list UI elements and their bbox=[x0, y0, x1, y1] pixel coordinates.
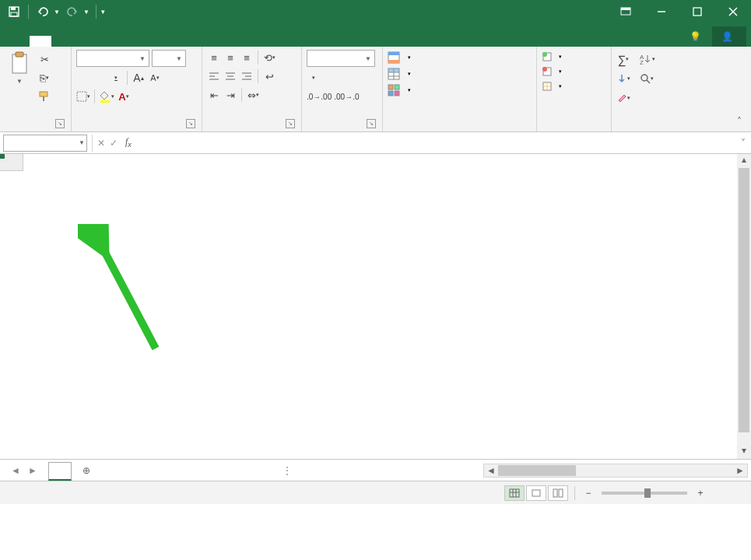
alignment-launcher-icon[interactable]: ↘ bbox=[286, 119, 295, 128]
share-button[interactable]: 👤 bbox=[712, 26, 746, 47]
delete-cells-button[interactable]: ▾ bbox=[542, 66, 606, 77]
merge-center-icon[interactable]: ⇔▾ bbox=[246, 87, 260, 103]
page-layout-view-icon[interactable] bbox=[526, 485, 546, 501]
undo-icon[interactable] bbox=[35, 4, 51, 19]
decrease-indent-icon[interactable]: ⇤ bbox=[207, 87, 221, 103]
scroll-left-icon[interactable]: ◄ bbox=[484, 465, 498, 476]
tell-me[interactable]: 💡 bbox=[682, 26, 712, 47]
fill-color-icon[interactable]: ▾ bbox=[99, 89, 114, 104]
sheet-tab-sheet1[interactable] bbox=[48, 462, 72, 481]
zoom-in-icon[interactable]: + bbox=[693, 488, 707, 499]
font-launcher-icon[interactable]: ↘ bbox=[186, 119, 195, 128]
decrease-decimal-icon[interactable]: .00→.0 bbox=[334, 89, 359, 104]
save-icon[interactable] bbox=[6, 4, 22, 19]
close-icon[interactable] bbox=[715, 0, 751, 23]
tab-file[interactable] bbox=[8, 36, 30, 47]
zoom-out-icon[interactable]: − bbox=[581, 488, 595, 499]
expand-formula-bar-icon[interactable]: ˅ bbox=[735, 135, 751, 152]
number-launcher-icon[interactable]: ↘ bbox=[367, 119, 376, 128]
paste-button[interactable]: ▼ bbox=[5, 50, 34, 127]
horizontal-scrollbar[interactable]: ◄ ► bbox=[483, 464, 748, 478]
sheet-grid[interactable]: ▴ ▾ bbox=[0, 154, 751, 459]
align-middle-icon[interactable]: ≡ bbox=[223, 50, 237, 65]
cut-icon[interactable]: ✂ bbox=[37, 51, 51, 67]
group-editing: ∑▾AZ▾ ▾▾ ▾ bbox=[612, 47, 683, 131]
name-box[interactable]: ▼ bbox=[3, 135, 87, 152]
find-select-icon[interactable]: ▾ bbox=[640, 71, 654, 86]
increase-decimal-icon[interactable]: .0→.00 bbox=[307, 89, 332, 104]
format-painter-icon[interactable] bbox=[37, 89, 51, 104]
vertical-scrollbar[interactable]: ▴ ▾ bbox=[737, 154, 751, 459]
tab-foxit-pdf[interactable] bbox=[182, 36, 204, 47]
clear-icon[interactable]: ▾ bbox=[616, 90, 630, 106]
qat-customize-icon[interactable]: ▾ bbox=[101, 8, 105, 16]
shrink-font-icon[interactable]: A▾ bbox=[148, 70, 162, 86]
format-cells-button[interactable]: ▾ bbox=[542, 81, 606, 92]
align-center-icon[interactable] bbox=[223, 68, 237, 84]
chevron-down-icon: ▼ bbox=[138, 55, 147, 62]
percent-format-icon[interactable] bbox=[323, 70, 337, 86]
font-name-combo[interactable]: ▼ bbox=[76, 50, 149, 67]
normal-view-icon[interactable] bbox=[504, 485, 525, 501]
borders-icon[interactable]: ▾ bbox=[76, 89, 90, 104]
increase-indent-icon[interactable]: ⇥ bbox=[223, 87, 237, 103]
autosum-icon[interactable]: ∑▾ bbox=[616, 51, 630, 67]
align-right-icon[interactable] bbox=[240, 68, 254, 84]
tab-formulas[interactable] bbox=[95, 36, 117, 47]
tab-view[interactable] bbox=[160, 36, 182, 47]
hscroll-thumb[interactable] bbox=[498, 465, 576, 476]
collapse-ribbon-icon[interactable]: ˄ bbox=[732, 114, 746, 128]
page-break-view-icon[interactable] bbox=[548, 485, 568, 501]
grow-font-icon[interactable]: A▴ bbox=[132, 70, 146, 86]
align-top-icon[interactable]: ≡ bbox=[207, 50, 221, 65]
copy-icon[interactable]: ⎘▾ bbox=[37, 70, 51, 86]
enter-formula-icon[interactable]: ✓ bbox=[110, 138, 118, 149]
svg-rect-6 bbox=[693, 8, 701, 16]
tab-insert[interactable] bbox=[51, 36, 73, 47]
tab-page-layout[interactable] bbox=[73, 36, 95, 47]
comma-format-icon[interactable] bbox=[339, 70, 353, 86]
zoom-slider[interactable] bbox=[602, 492, 687, 495]
sheet-next-icon[interactable]: ► bbox=[28, 465, 37, 476]
scroll-right-icon[interactable]: ► bbox=[733, 465, 747, 476]
clipboard-launcher-icon[interactable]: ↘ bbox=[55, 119, 65, 128]
accounting-format-icon[interactable]: ▾ bbox=[307, 70, 321, 86]
format-as-table-button[interactable]: ▾ bbox=[388, 68, 532, 80]
cell-styles-button[interactable]: ▾ bbox=[388, 84, 532, 96]
minimize-icon[interactable] bbox=[644, 0, 679, 23]
font-size-combo[interactable]: ▼ bbox=[152, 50, 186, 67]
number-format-combo[interactable]: ▼ bbox=[307, 50, 375, 67]
conditional-formatting-button[interactable]: ▾ bbox=[388, 51, 532, 64]
new-sheet-icon[interactable]: ⊕ bbox=[76, 460, 97, 481]
italic-button[interactable] bbox=[93, 70, 107, 86]
fill-icon[interactable]: ▾ bbox=[616, 71, 630, 86]
ribbon-options-icon[interactable] bbox=[608, 0, 644, 23]
insert-cells-button[interactable]: ▾ bbox=[542, 51, 606, 62]
fx-icon[interactable]: fx bbox=[122, 136, 135, 149]
tab-review[interactable] bbox=[139, 36, 160, 47]
cancel-formula-icon[interactable]: ✕ bbox=[97, 138, 105, 149]
sort-filter-icon[interactable]: AZ▾ bbox=[640, 51, 655, 67]
redo-icon[interactable] bbox=[65, 4, 80, 19]
maximize-icon[interactable] bbox=[679, 0, 715, 23]
align-bottom-icon[interactable]: ≡ bbox=[240, 50, 254, 65]
tab-home[interactable] bbox=[30, 36, 51, 47]
scroll-thumb[interactable] bbox=[739, 168, 749, 432]
orientation-icon[interactable]: ⟲▾ bbox=[262, 50, 276, 65]
tab-split-icon[interactable]: ⋮ bbox=[283, 465, 297, 476]
redo-dropdown-icon[interactable]: ▼ bbox=[83, 9, 89, 16]
scroll-down-icon[interactable]: ▾ bbox=[737, 445, 751, 459]
font-color-icon[interactable]: A▾ bbox=[117, 89, 131, 104]
tab-data[interactable] bbox=[117, 36, 139, 47]
align-left-icon[interactable] bbox=[207, 68, 221, 84]
undo-dropdown-icon[interactable]: ▼ bbox=[54, 9, 60, 16]
wrap-text-icon[interactable]: ↩ bbox=[262, 68, 276, 84]
formula-input[interactable] bbox=[139, 135, 735, 152]
fill-handle[interactable] bbox=[0, 154, 5, 159]
bold-button[interactable] bbox=[76, 70, 90, 86]
sheet-prev-icon[interactable]: ◄ bbox=[11, 465, 20, 476]
underline-button[interactable]: ▾ bbox=[109, 70, 123, 86]
svg-rect-51 bbox=[553, 489, 557, 497]
zoom-thumb[interactable] bbox=[644, 488, 651, 498]
scroll-up-icon[interactable]: ▴ bbox=[737, 154, 751, 168]
